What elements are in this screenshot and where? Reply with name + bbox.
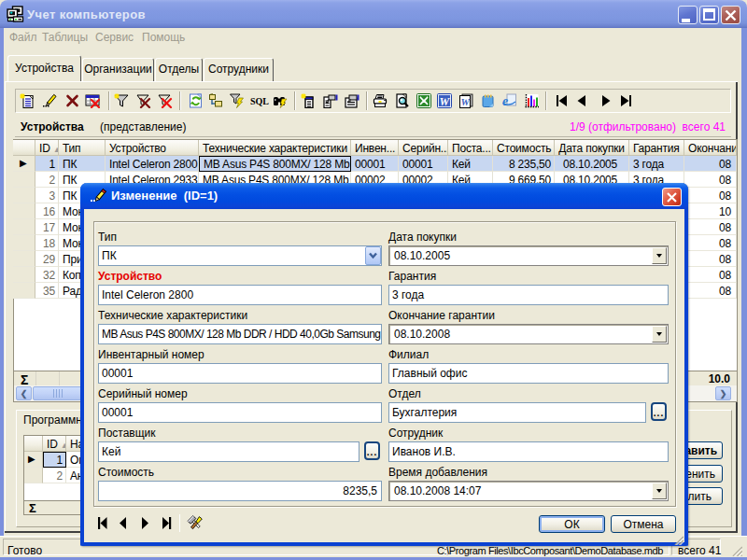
svg-text:SQL: SQL	[250, 96, 269, 106]
svg-text:W: W	[461, 97, 471, 107]
svg-text:W: W	[440, 95, 451, 108]
svg-text:e: e	[502, 94, 508, 108]
